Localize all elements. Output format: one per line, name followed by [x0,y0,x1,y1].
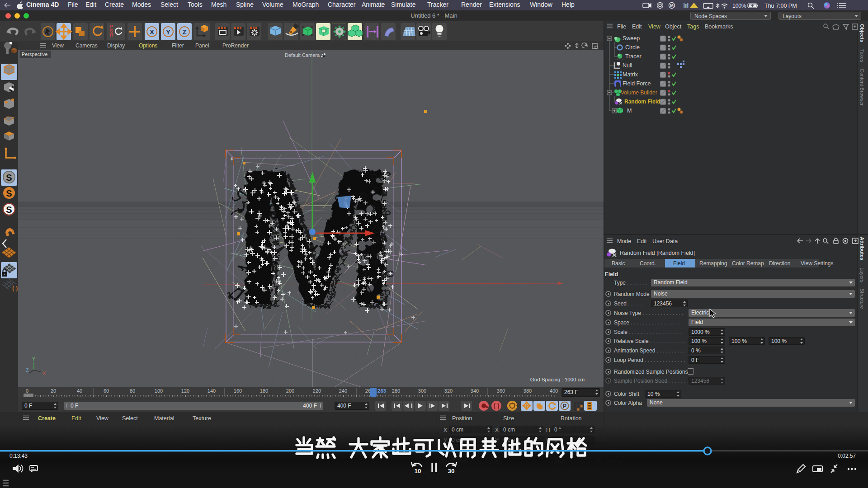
svg-text:100: 100 [155,388,163,394]
svg-text:160: 160 [234,388,242,394]
svg-text:0:02:57: 0:02:57 [838,453,856,459]
svg-text:240: 240 [339,388,347,394]
svg-text:P: P [563,403,566,409]
svg-text:220: 220 [313,388,321,394]
svg-text:S: S [6,205,12,215]
svg-text:Y: Y [166,28,170,36]
svg-text:40: 40 [77,388,82,394]
svg-text:R: R [110,33,113,38]
svg-text:Thu 7:00 PM: Thu 7:00 PM [764,3,797,9]
svg-text:!: ! [693,4,695,8]
svg-text:S: S [6,173,12,183]
svg-text:0:13:43: 0:13:43 [9,453,28,459]
svg-text:120: 120 [181,388,189,394]
svg-text:180: 180 [260,388,268,394]
svg-text:60: 60 [104,388,109,394]
svg-text:X: X [150,28,154,36]
svg-text:0: 0 [26,388,28,394]
svg-text:360: 360 [497,388,505,394]
svg-text:X: X [42,371,46,376]
svg-text:10: 10 [414,468,421,474]
svg-text:200: 200 [286,388,294,394]
svg-text:( ): ( ) [493,402,499,409]
svg-text:263: 263 [377,388,386,394]
svg-text:300: 300 [418,388,426,394]
svg-text:80: 80 [130,388,135,394]
svg-text:140: 140 [208,388,216,394]
svg-text:30: 30 [448,468,454,474]
svg-text:( ): ( ) [12,285,18,291]
svg-text:320: 320 [444,388,453,394]
svg-text:340: 340 [471,388,479,394]
svg-text:Grid Spacing : 1000 cm: Grid Spacing : 1000 cm [530,377,585,382]
svg-text:100%: 100% [732,3,746,9]
svg-text:Z: Z [182,28,186,36]
svg-text:400: 400 [550,388,558,394]
svg-text:M: M [670,3,674,8]
svg-text:280: 280 [392,388,400,394]
svg-text:Z: Z [26,367,29,373]
svg-text:Y: Y [32,356,36,361]
svg-text:380: 380 [524,388,532,394]
svg-text:S: S [6,188,12,198]
svg-text:20: 20 [51,388,56,394]
